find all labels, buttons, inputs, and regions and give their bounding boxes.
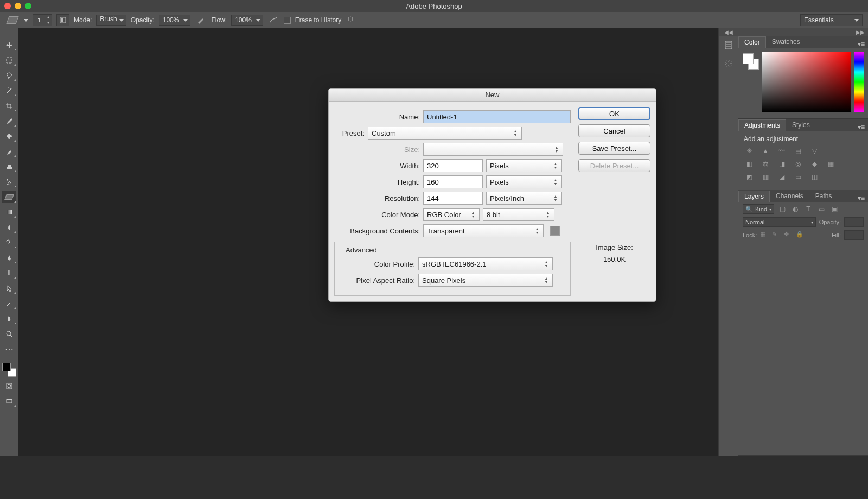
height-unit-select[interactable]: Pixels ▲▼ — [486, 175, 562, 188]
color-tab[interactable]: Color — [738, 36, 766, 48]
lock-transparency-icon[interactable]: ▦ — [760, 231, 769, 239]
brush-panel-toggle[interactable] — [56, 14, 69, 26]
layers-panel-menu[interactable]: ▾≡ — [854, 194, 868, 202]
workspace-switcher[interactable]: Essentials — [800, 14, 863, 26]
exposure-icon[interactable]: ▤ — [793, 146, 803, 156]
color-field[interactable] — [762, 52, 851, 112]
levels-icon[interactable]: ▲ — [760, 146, 771, 156]
width-input[interactable] — [423, 159, 483, 172]
mode-select[interactable]: Brush — [96, 15, 126, 26]
panel-expand-tab[interactable]: ▶▶ — [738, 28, 868, 36]
tablet-pressure-size-icon[interactable] — [346, 14, 358, 26]
type-tool[interactable]: T — [2, 267, 16, 279]
layer-opacity-field[interactable] — [844, 217, 864, 227]
bit-depth-select[interactable]: 8 bit ▲▼ — [483, 208, 554, 221]
foreground-background-colors[interactable] — [2, 363, 16, 377]
brush-size-up[interactable]: ▲ — [45, 15, 52, 20]
eyedropper-tool[interactable] — [2, 115, 16, 127]
pen-tool[interactable] — [2, 252, 16, 264]
filter-smart-icon[interactable]: ▣ — [829, 204, 839, 214]
move-tool[interactable] — [2, 39, 16, 51]
opacity-field[interactable]: 100% — [159, 15, 191, 26]
close-window-button[interactable] — [4, 3, 11, 9]
healing-brush-tool[interactable] — [2, 130, 16, 142]
line-tool[interactable] — [2, 298, 16, 309]
height-input[interactable] — [423, 175, 483, 188]
brush-size-down[interactable]: ▼ — [45, 20, 52, 26]
curves-icon[interactable]: 〰 — [776, 146, 787, 156]
hand-tool[interactable] — [2, 313, 16, 325]
brush-tool[interactable] — [2, 146, 16, 157]
filter-pixel-icon[interactable]: ▢ — [777, 204, 787, 214]
tool-preset-picker[interactable] — [24, 19, 28, 22]
minimize-window-button[interactable] — [15, 3, 21, 9]
color-panel-menu[interactable]: ▾≡ — [854, 40, 868, 48]
resolution-unit-select[interactable]: Pixels/Inch ▲▼ — [486, 192, 562, 205]
invert-icon[interactable]: ◩ — [744, 172, 755, 182]
color-balance-icon[interactable]: ⚖ — [760, 159, 771, 169]
history-brush-tool[interactable] — [2, 176, 16, 188]
screen-mode-toggle[interactable] — [2, 395, 16, 407]
color-profile-select[interactable]: sRGB IEC61966-2.1 ▲▼ — [418, 257, 553, 270]
adjustments-panel-menu[interactable]: ▾≡ — [854, 123, 868, 131]
filter-adjust-icon[interactable]: ◐ — [790, 204, 800, 214]
layers-tab[interactable]: Layers — [738, 191, 770, 202]
fill-field[interactable] — [844, 230, 864, 240]
path-selection-tool[interactable] — [2, 282, 16, 294]
hue-saturation-icon[interactable]: ◧ — [744, 159, 755, 169]
history-panel-icon[interactable] — [719, 36, 738, 54]
cancel-button[interactable]: Cancel — [578, 124, 650, 137]
edit-toolbar[interactable]: ⋯ — [2, 343, 16, 355]
color-mode-select[interactable]: RGB Color ▲▼ — [423, 208, 480, 221]
dock-collapse-tab[interactable]: ◀◀ — [719, 28, 738, 36]
quick-mask-toggle[interactable] — [2, 380, 16, 392]
swatches-tab[interactable]: Swatches — [766, 36, 806, 48]
current-tool-icon[interactable] — [5, 15, 20, 25]
properties-panel-icon[interactable] — [719, 54, 738, 73]
vibrance-icon[interactable]: ▽ — [809, 146, 820, 156]
zoom-window-button[interactable] — [25, 3, 31, 9]
preset-select[interactable]: Custom ▲▼ — [368, 127, 522, 140]
brightness-contrast-icon[interactable]: ☀ — [744, 146, 755, 156]
lasso-tool[interactable] — [2, 70, 16, 81]
eraser-tool[interactable] — [2, 191, 16, 203]
resolution-input[interactable] — [423, 192, 483, 205]
threshold-icon[interactable]: ◪ — [776, 172, 787, 182]
channels-tab[interactable]: Channels — [770, 190, 809, 202]
marquee-tool[interactable] — [2, 54, 16, 66]
lock-pixels-icon[interactable]: ✎ — [772, 231, 781, 239]
save-preset-button[interactable]: Save Preset... — [578, 142, 650, 155]
airbrush-toggle-icon[interactable] — [267, 14, 279, 26]
color-fg-bg-swatch[interactable] — [743, 53, 759, 70]
gradient-map-icon[interactable]: ▭ — [793, 172, 803, 182]
crop-tool[interactable] — [2, 100, 16, 112]
name-input[interactable] — [423, 110, 571, 123]
posterize-icon[interactable]: ▥ — [760, 172, 771, 182]
filter-shape-icon[interactable]: ▭ — [816, 204, 826, 214]
clone-stamp-tool[interactable] — [2, 161, 16, 173]
adjustments-tab[interactable]: Adjustments — [738, 119, 786, 131]
selective-color-icon[interactable]: ◫ — [809, 172, 820, 182]
color-lookup-icon[interactable]: ▦ — [825, 159, 836, 169]
styles-tab[interactable]: Styles — [786, 119, 816, 131]
width-unit-select[interactable]: Pixels ▲▼ — [486, 159, 562, 172]
magic-wand-tool[interactable] — [2, 85, 16, 97]
filter-type-icon[interactable]: T — [803, 204, 813, 214]
gradient-tool[interactable] — [2, 206, 16, 218]
ok-button[interactable]: OK — [578, 107, 650, 120]
paths-tab[interactable]: Paths — [809, 190, 838, 202]
zoom-tool[interactable] — [2, 328, 16, 340]
filter-kind-select[interactable]: 🔍 Kind ▾ — [743, 204, 774, 214]
lock-all-icon[interactable]: 🔒 — [796, 231, 805, 239]
bg-contents-select[interactable]: Transparent ▲▼ — [423, 224, 544, 237]
photo-filter-icon[interactable]: ◎ — [793, 159, 803, 169]
flow-field[interactable]: 100% — [231, 15, 263, 26]
channel-mixer-icon[interactable]: ◆ — [809, 159, 820, 169]
dodge-tool[interactable] — [2, 237, 16, 249]
black-white-icon[interactable]: ◨ — [776, 159, 787, 169]
blur-tool[interactable] — [2, 222, 16, 233]
erase-to-history-checkbox[interactable] — [284, 17, 291, 24]
pixel-aspect-select[interactable]: Square Pixels ▲▼ — [418, 274, 553, 287]
brush-size-stepper[interactable]: 1 ▲ ▼ — [33, 14, 52, 26]
hue-strip[interactable] — [854, 52, 864, 112]
